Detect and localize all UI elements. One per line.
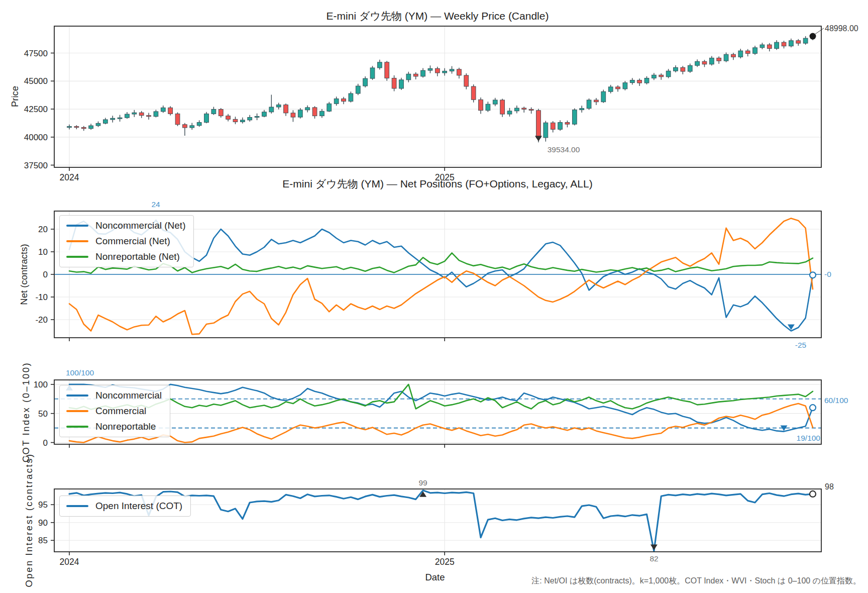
legend-label: Open Interest (COT) — [95, 501, 182, 512]
svg-text:19/100: 19/100 — [797, 434, 821, 442]
svg-text:47500: 47500 — [24, 49, 48, 58]
open-interest-panel-legend: Open Interest (COT) — [59, 496, 191, 517]
svg-text:40000: 40000 — [24, 133, 48, 142]
net-y-axis-label: Net (contracts) — [19, 244, 30, 305]
noncommercial-line-icon — [66, 225, 88, 227]
price-y-axis-label: Price — [10, 86, 21, 107]
svg-text:90: 90 — [38, 518, 48, 528]
svg-text:100: 100 — [34, 380, 48, 389]
svg-text:2024: 2024 — [60, 172, 79, 182]
commercial-line-icon — [66, 240, 88, 242]
svg-text:10: 10 — [38, 247, 48, 257]
legend-label: Noncommercial — [95, 390, 162, 401]
svg-text:37500: 37500 — [24, 161, 48, 170]
nonreportable-line-icon — [66, 256, 88, 258]
legend-item-nonreportable-net: Nonreportable (Net) — [66, 251, 185, 262]
svg-text:2025: 2025 — [435, 557, 455, 567]
cot-dashboard-figure: { "note": "注: Net/OI は枚数(contracts)。k=1,… — [0, 0, 868, 593]
svg-text:85: 85 — [38, 536, 48, 545]
legend-item-nonreportable: Nonreportable — [66, 421, 162, 432]
nonreportable-line-icon — [66, 426, 88, 428]
legend-label: Commercial (Net) — [95, 236, 170, 247]
legend-item-open-interest: Open Interest (COT) — [66, 501, 182, 512]
svg-text:45000: 45000 — [24, 76, 48, 86]
legend-item-commercial: Commercial — [66, 406, 162, 417]
svg-text:99: 99 — [418, 478, 427, 487]
svg-text:82: 82 — [649, 554, 658, 563]
open-interest-y-axis-label: Open Interest (contracts) — [24, 453, 35, 587]
svg-text:60/100: 60/100 — [824, 396, 848, 405]
legend-item-commercial-net: Commercial (Net) — [66, 236, 185, 247]
open-interest-line-icon — [66, 505, 88, 507]
price-panel: 48998.0039534.00375004000042500450004750… — [24, 24, 858, 182]
noncommercial-line-icon — [66, 394, 88, 397]
svg-text:-25: -25 — [795, 341, 806, 349]
svg-text:-0: -0 — [824, 270, 831, 278]
svg-text:0: 0 — [43, 270, 48, 279]
svg-text:2024: 2024 — [60, 557, 79, 567]
svg-text:39534.00: 39534.00 — [548, 145, 580, 154]
svg-text:98: 98 — [825, 482, 834, 491]
footnote: 注: Net/OI は枚数(contracts)。k=1,000枚。COT In… — [531, 576, 861, 586]
svg-text:-20: -20 — [35, 315, 48, 325]
legend-label: Nonreportable (Net) — [95, 251, 180, 262]
svg-text:20: 20 — [38, 225, 48, 234]
svg-text:0: 0 — [43, 438, 48, 448]
svg-text:95: 95 — [38, 500, 48, 510]
legend-label: Nonreportable — [95, 421, 156, 432]
svg-text:42500: 42500 — [24, 105, 48, 114]
cot-index-y-axis-label: COT Index (0–100) — [21, 362, 32, 463]
cot-index-panel-legend: Noncommercial Commercial Nonreportable — [59, 385, 170, 437]
legend-item-noncommercial: Noncommercial — [66, 390, 162, 401]
legend-label: Commercial — [95, 406, 146, 417]
x-axis-label-date: Date — [425, 572, 445, 583]
oi-panel: 99829885909520242025 — [38, 478, 834, 567]
net-panel-title: E-mini ダウ先物 (YM) — Net Positions (FO+Opt… — [282, 177, 592, 191]
svg-text:100/100: 100/100 — [66, 368, 94, 377]
legend-item-noncommercial-net: Noncommercial (Net) — [66, 220, 185, 231]
svg-text:24: 24 — [151, 200, 160, 209]
svg-text:48998.00: 48998.00 — [825, 24, 858, 33]
net-panel-legend: Noncommercial (Net) Commercial (Net) Non… — [59, 215, 194, 267]
legend-label: Noncommercial (Net) — [95, 220, 185, 231]
commercial-line-icon — [66, 410, 88, 412]
svg-text:-10: -10 — [35, 292, 48, 302]
price-panel-title: E-mini ダウ先物 (YM) — Weekly Price (Candle) — [327, 9, 549, 23]
svg-text:50: 50 — [38, 409, 48, 419]
